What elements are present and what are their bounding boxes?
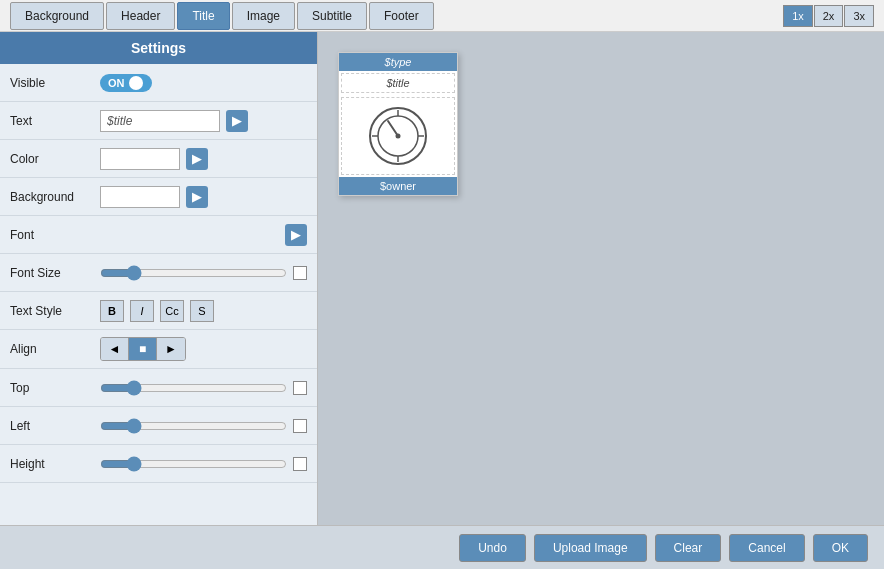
visible-control: ON xyxy=(100,74,307,92)
font-size-label: Font Size xyxy=(10,266,100,280)
text-style-row: Text Style B I Cc S xyxy=(0,292,317,330)
font-label: Font xyxy=(10,228,100,242)
font-control: ▶ xyxy=(100,224,307,246)
left-row: Left xyxy=(0,407,317,445)
bottom-bar: Undo Upload Image Clear Cancel OK xyxy=(0,525,884,569)
text-input[interactable] xyxy=(100,110,220,132)
font-size-control xyxy=(100,265,307,281)
align-row: Align ◄ ■ ► xyxy=(0,330,317,369)
left-label: Left xyxy=(10,419,100,433)
card-image xyxy=(341,97,455,175)
zoom-3x[interactable]: 3x xyxy=(844,5,874,27)
zoom-2x[interactable]: 2x xyxy=(814,5,844,27)
tab-background[interactable]: Background xyxy=(10,2,104,30)
top-control xyxy=(100,380,307,396)
background-control: ▶ xyxy=(100,186,307,208)
upload-image-button[interactable]: Upload Image xyxy=(534,534,647,562)
card-footer-bar: $owner xyxy=(339,177,457,195)
height-slider[interactable] xyxy=(100,456,287,472)
style-strike-btn[interactable]: S xyxy=(190,300,214,322)
left-slider[interactable] xyxy=(100,418,287,434)
left-checkbox[interactable] xyxy=(293,419,307,433)
text-arrow-btn[interactable]: ▶ xyxy=(226,110,248,132)
undo-button[interactable]: Undo xyxy=(459,534,526,562)
text-control: ▶ xyxy=(100,110,307,132)
ok-button[interactable]: OK xyxy=(813,534,868,562)
tab-header[interactable]: Header xyxy=(106,2,175,30)
svg-line-6 xyxy=(388,121,398,136)
text-row: Text ▶ xyxy=(0,102,317,140)
font-size-row: Font Size xyxy=(0,254,317,292)
cancel-button[interactable]: Cancel xyxy=(729,534,804,562)
height-row: Height xyxy=(0,445,317,483)
card-type-bar: $type xyxy=(339,53,457,71)
align-group: ◄ ■ ► xyxy=(100,337,186,361)
top-label: Top xyxy=(10,381,100,395)
style-cc-btn[interactable]: Cc xyxy=(160,300,184,322)
font-row: Font ▶ xyxy=(0,216,317,254)
text-label: Text xyxy=(10,114,100,128)
text-style-label: Text Style xyxy=(10,304,100,318)
gauge-icon xyxy=(368,106,428,166)
background-swatch[interactable] xyxy=(100,186,180,208)
tab-footer[interactable]: Footer xyxy=(369,2,434,30)
canvas-area: $type $title $ xyxy=(318,32,884,525)
tab-subtitle[interactable]: Subtitle xyxy=(297,2,367,30)
left-control xyxy=(100,418,307,434)
style-bold-btn[interactable]: B xyxy=(100,300,124,322)
color-swatch[interactable] xyxy=(100,148,180,170)
background-arrow-btn[interactable]: ▶ xyxy=(186,186,208,208)
font-size-checkbox[interactable] xyxy=(293,266,307,280)
font-arrow-btn[interactable]: ▶ xyxy=(285,224,307,246)
card-title-bar: $title xyxy=(341,73,455,93)
color-row: Color ▶ xyxy=(0,140,317,178)
card-widget: $type $title $ xyxy=(338,52,458,196)
top-checkbox[interactable] xyxy=(293,381,307,395)
settings-scroll[interactable]: Visible ON Text ▶ xyxy=(0,64,317,525)
style-italic-btn[interactable]: I xyxy=(130,300,154,322)
align-label: Align xyxy=(10,342,100,356)
background-row: Background ▶ xyxy=(0,178,317,216)
color-arrow-btn[interactable]: ▶ xyxy=(186,148,208,170)
background-label: Background xyxy=(10,190,100,204)
zoom-1x[interactable]: 1x xyxy=(783,5,813,27)
text-style-control: B I Cc S xyxy=(100,300,307,322)
top-slider[interactable] xyxy=(100,380,287,396)
font-size-slider[interactable] xyxy=(100,265,287,281)
align-center-btn[interactable]: ■ xyxy=(129,338,157,360)
tab-bar: Background Header Title Image Subtitle F… xyxy=(0,0,884,32)
height-control xyxy=(100,456,307,472)
visible-toggle[interactable]: ON xyxy=(100,74,152,92)
toggle-label: ON xyxy=(108,77,125,89)
settings-panel: Settings Visible ON Text xyxy=(0,32,318,525)
tab-title[interactable]: Title xyxy=(177,2,229,30)
zoom-group: 1x 2x 3x xyxy=(783,5,874,27)
visible-row: Visible ON xyxy=(0,64,317,102)
align-control: ◄ ■ ► xyxy=(100,337,307,361)
color-label: Color xyxy=(10,152,100,166)
toggle-circle xyxy=(129,76,143,90)
top-row: Top xyxy=(0,369,317,407)
settings-title: Settings xyxy=(0,32,317,64)
svg-point-7 xyxy=(396,134,401,139)
tab-image[interactable]: Image xyxy=(232,2,295,30)
align-right-btn[interactable]: ► xyxy=(157,338,185,360)
visible-label: Visible xyxy=(10,76,100,90)
clear-button[interactable]: Clear xyxy=(655,534,722,562)
height-label: Height xyxy=(10,457,100,471)
color-control: ▶ xyxy=(100,148,307,170)
align-left-btn[interactable]: ◄ xyxy=(101,338,129,360)
height-checkbox[interactable] xyxy=(293,457,307,471)
